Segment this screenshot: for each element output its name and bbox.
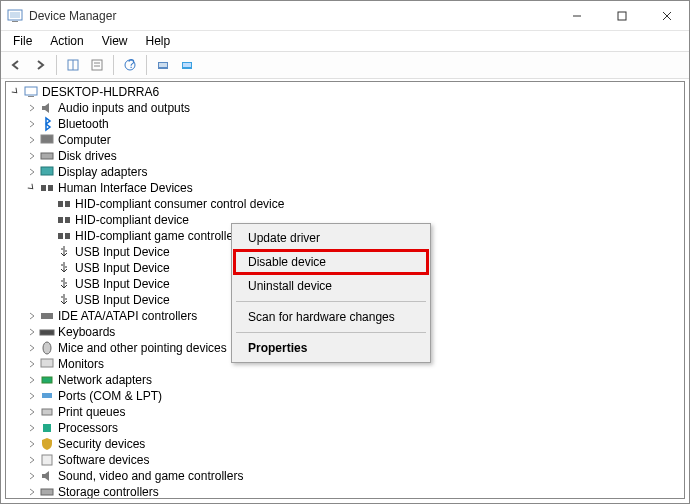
node-label: HID-compliant consumer control device <box>75 197 284 211</box>
chevron-right-icon[interactable] <box>26 118 38 130</box>
forward-button[interactable] <box>29 54 51 76</box>
properties-button[interactable] <box>86 54 108 76</box>
toolbar-separator <box>146 55 147 75</box>
svg-rect-38 <box>43 424 51 432</box>
chevron-right-icon[interactable] <box>26 342 38 354</box>
node-label: HID-compliant game controller <box>75 229 237 243</box>
chevron-right-icon[interactable] <box>26 406 38 418</box>
node-label: Storage controllers <box>58 485 159 499</box>
svg-rect-21 <box>41 153 53 159</box>
menu-file[interactable]: File <box>5 32 40 50</box>
back-button[interactable] <box>5 54 27 76</box>
chevron-right-icon[interactable] <box>26 134 38 146</box>
chevron-down-icon[interactable] <box>10 86 22 98</box>
svg-rect-30 <box>65 233 70 239</box>
tree-node-sound[interactable]: Sound, video and game controllers <box>8 468 684 484</box>
chevron-right-icon[interactable] <box>26 310 38 322</box>
svg-rect-40 <box>41 489 53 495</box>
svg-rect-20 <box>41 135 53 143</box>
close-button[interactable] <box>644 1 689 30</box>
detail-view-button[interactable] <box>62 54 84 76</box>
bluetooth-icon <box>39 116 55 132</box>
tree-node-software[interactable]: Software devices <box>8 452 684 468</box>
tree-node-hid-child[interactable]: HID-compliant consumer control device <box>8 196 684 212</box>
chevron-right-icon[interactable] <box>26 326 38 338</box>
titlebar: Device Manager <box>1 1 689 31</box>
keyboard-icon <box>39 324 55 340</box>
usb-icon <box>56 260 72 276</box>
context-menu-properties[interactable]: Properties <box>234 336 428 360</box>
svg-rect-31 <box>41 313 53 319</box>
pc-icon <box>39 132 55 148</box>
chevron-down-icon[interactable] <box>26 182 38 194</box>
context-menu-disable-device[interactable]: Disable device <box>234 250 428 274</box>
tree-node-disk[interactable]: Disk drives <box>8 148 684 164</box>
shield-icon <box>39 436 55 452</box>
node-label: IDE ATA/ATAPI controllers <box>58 309 197 323</box>
node-label: USB Input Device <box>75 245 170 259</box>
chevron-right-icon[interactable] <box>26 374 38 386</box>
maximize-button[interactable] <box>599 1 644 30</box>
tree-node-display[interactable]: Display adapters <box>8 164 684 180</box>
node-label: DESKTOP-HLDRRA6 <box>42 85 159 99</box>
chevron-right-icon[interactable] <box>26 358 38 370</box>
svg-rect-26 <box>65 201 70 207</box>
node-label: USB Input Device <box>75 277 170 291</box>
chevron-right-icon[interactable] <box>26 454 38 466</box>
node-label: Bluetooth <box>58 117 109 131</box>
chevron-right-icon[interactable] <box>26 438 38 450</box>
tree-node-hid[interactable]: Human Interface Devices <box>8 180 684 196</box>
context-menu-scan-hardware[interactable]: Scan for hardware changes <box>234 305 428 329</box>
tree-node-security[interactable]: Security devices <box>8 436 684 452</box>
window-title: Device Manager <box>29 9 554 23</box>
menu-action[interactable]: Action <box>42 32 91 50</box>
svg-rect-17 <box>183 63 191 67</box>
node-label: Ports (COM & LPT) <box>58 389 162 403</box>
chevron-right-icon[interactable] <box>26 102 38 114</box>
context-menu: Update driver Disable device Uninstall d… <box>231 223 431 363</box>
chevron-right-icon[interactable] <box>26 422 38 434</box>
node-label: Display adapters <box>58 165 147 179</box>
menu-help[interactable]: Help <box>138 32 179 50</box>
app-icon <box>7 8 23 24</box>
menu-view[interactable]: View <box>94 32 136 50</box>
tree-node-storage[interactable]: Storage controllers <box>8 484 684 499</box>
context-menu-separator <box>236 301 426 302</box>
node-label: Software devices <box>58 453 149 467</box>
context-menu-uninstall-device[interactable]: Uninstall device <box>234 274 428 298</box>
tree-node-network[interactable]: Network adapters <box>8 372 684 388</box>
usb-icon <box>56 244 72 260</box>
tree-node-audio[interactable]: Audio inputs and outputs <box>8 100 684 116</box>
chevron-right-icon[interactable] <box>26 150 38 162</box>
mouse-icon <box>39 340 55 356</box>
scan-hardware-button[interactable] <box>152 54 174 76</box>
ide-icon <box>39 308 55 324</box>
svg-rect-1 <box>10 12 20 18</box>
tree-node-computer[interactable]: Computer <box>8 132 684 148</box>
svg-rect-32 <box>40 330 54 335</box>
software-icon <box>39 452 55 468</box>
tree-node-ports[interactable]: Ports (COM & LPT) <box>8 388 684 404</box>
tree-node-printq[interactable]: Print queues <box>8 404 684 420</box>
toolbar-separator <box>113 55 114 75</box>
minimize-button[interactable] <box>554 1 599 30</box>
chevron-right-icon[interactable] <box>26 486 38 498</box>
context-menu-update-driver[interactable]: Update driver <box>234 226 428 250</box>
help-button[interactable]: ? <box>119 54 141 76</box>
node-label: Processors <box>58 421 118 435</box>
chevron-right-icon[interactable] <box>26 166 38 178</box>
node-label: Monitors <box>58 357 104 371</box>
tree-node-processors[interactable]: Processors <box>8 420 684 436</box>
printer-icon <box>39 404 55 420</box>
tree-node-bluetooth[interactable]: Bluetooth <box>8 116 684 132</box>
chip-icon <box>39 420 55 436</box>
node-label: Keyboards <box>58 325 115 339</box>
update-driver-button[interactable] <box>176 54 198 76</box>
window-controls <box>554 1 689 30</box>
root-node[interactable]: DESKTOP-HLDRRA6 <box>8 84 684 100</box>
node-label: Disk drives <box>58 149 117 163</box>
svg-rect-27 <box>58 217 63 223</box>
chevron-right-icon[interactable] <box>26 390 38 402</box>
chevron-right-icon[interactable] <box>26 470 38 482</box>
svg-rect-9 <box>92 60 102 70</box>
